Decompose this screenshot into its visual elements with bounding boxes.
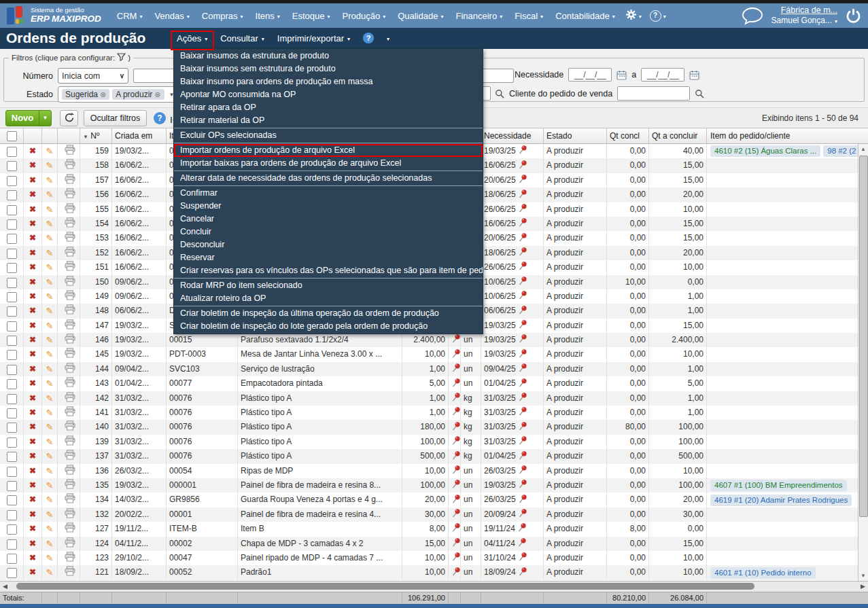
print-row-icon[interactable]: [65, 392, 75, 406]
row-checkbox[interactable]: [7, 423, 17, 433]
pushpin-icon[interactable]: [451, 522, 461, 536]
print-row-icon[interactable]: [65, 159, 75, 173]
menu-item-confirmar[interactable]: Confirmar: [174, 187, 483, 200]
row-checkbox[interactable]: [7, 176, 17, 186]
edit-row-icon[interactable]: ✎: [46, 378, 54, 389]
pushpin-icon[interactable]: [451, 552, 461, 565]
print-row-icon[interactable]: [65, 261, 75, 274]
print-row-icon[interactable]: [65, 188, 75, 202]
header-qt-a-concluir[interactable]: Qt a concluir: [649, 128, 707, 144]
nav-menu-itens[interactable]: Itens▾: [249, 7, 286, 24]
novo-button[interactable]: Novo ▼: [5, 110, 52, 126]
remove-tag-icon[interactable]: ⊗: [154, 90, 160, 99]
print-row-icon[interactable]: [65, 348, 75, 361]
pushpin-icon[interactable]: [518, 261, 527, 274]
edit-row-icon[interactable]: ✎: [46, 233, 54, 243]
pushpin-icon[interactable]: [518, 232, 527, 246]
row-checkbox[interactable]: [7, 336, 17, 346]
delete-row-icon[interactable]: ✖: [29, 248, 36, 257]
print-row-icon[interactable]: [65, 421, 75, 434]
print-row-icon[interactable]: [65, 247, 75, 260]
pushpin-icon[interactable]: [518, 378, 527, 391]
print-row-icon[interactable]: [65, 566, 75, 579]
delete-row-icon[interactable]: ✖: [29, 190, 36, 199]
row-checkbox[interactable]: [7, 539, 17, 550]
horizontal-scroll-thumb[interactable]: [16, 583, 754, 590]
remove-tag-icon[interactable]: ⊗: [100, 90, 106, 99]
row-checkbox[interactable]: [7, 306, 17, 317]
delete-row-icon[interactable]: ✖: [29, 408, 36, 417]
pushpin-icon[interactable]: [518, 145, 527, 158]
pushpin-icon[interactable]: [518, 305, 527, 319]
row-checkbox[interactable]: [7, 408, 17, 418]
user-menu[interactable]: Samuel Gonça... ▾: [771, 16, 837, 26]
menu-item-excluiropsselecionadas[interactable]: Excluir OPs selecionadas: [174, 129, 483, 142]
pushpin-icon[interactable]: [518, 189, 527, 202]
nav-menu-financeiro[interactable]: Financeiro▾: [449, 7, 508, 24]
menu-item-criarboletimdeinspecaodaultima[interactable]: Criar boletim de inspeção da última oper…: [174, 307, 483, 320]
print-row-icon[interactable]: [65, 304, 75, 318]
calendar-icon[interactable]: [617, 70, 627, 80]
menu-item-retiraraparadaop[interactable]: Retirar apara da OP: [174, 101, 483, 114]
edit-row-icon[interactable]: ✎: [46, 219, 54, 229]
menu-item-criarreservasparaosvinculosdas[interactable]: Criar reservas para os vínculos das OPs …: [174, 264, 483, 277]
delete-row-icon[interactable]: ✖: [29, 524, 36, 533]
row-checkbox[interactable]: [7, 495, 17, 505]
pushpin-icon[interactable]: [518, 435, 527, 449]
edit-row-icon[interactable]: ✎: [46, 262, 54, 272]
menu-item-rodarmrpdoitemselecionado[interactable]: Rodar MRP do item selecionado: [174, 279, 483, 292]
row-checkbox[interactable]: [7, 524, 17, 535]
delete-row-icon[interactable]: ✖: [29, 393, 36, 403]
edit-row-icon[interactable]: ✎: [46, 539, 54, 549]
edit-row-icon[interactable]: ✎: [46, 349, 54, 359]
edit-row-icon[interactable]: ✎: [46, 291, 54, 302]
pushpin-icon[interactable]: [451, 421, 461, 435]
scroll-left-icon[interactable]: ◀: [3, 583, 7, 590]
calendar-icon[interactable]: [689, 70, 699, 80]
edit-row-icon[interactable]: ✎: [46, 437, 54, 447]
pushpin-icon[interactable]: [518, 363, 527, 376]
print-row-icon[interactable]: [65, 174, 75, 187]
row-checkbox[interactable]: [7, 350, 17, 360]
row-checkbox[interactable]: [7, 554, 17, 564]
delete-row-icon[interactable]: ✖: [29, 364, 36, 374]
delete-row-icon[interactable]: ✖: [29, 451, 36, 461]
delete-row-icon[interactable]: ✖: [29, 567, 36, 577]
print-row-icon[interactable]: [65, 290, 75, 304]
menu-item-baixarinsumossemestruturadepro[interactable]: Baixar insumos sem estrutura de produto: [174, 62, 483, 75]
print-row-icon[interactable]: [65, 522, 75, 536]
pushpin-icon[interactable]: [451, 465, 461, 478]
menu-item-cancelar[interactable]: Cancelar: [174, 213, 483, 226]
pushpin-icon[interactable]: [518, 450, 527, 464]
sales-order-chip[interactable]: 98 #2 (2: [823, 145, 858, 157]
pushpin-icon[interactable]: [518, 319, 527, 333]
edit-row-icon[interactable]: ✎: [46, 422, 54, 432]
edit-row-icon[interactable]: ✎: [46, 204, 54, 215]
pushpin-icon[interactable]: [518, 160, 527, 173]
scroll-right-icon[interactable]: ▶: [861, 583, 865, 590]
delete-row-icon[interactable]: ✖: [29, 378, 36, 388]
delete-row-icon[interactable]: ✖: [29, 204, 36, 214]
header-print[interactable]: [58, 128, 80, 144]
sales-order-chip[interactable]: 4607 #1 (100) BM Empreendimentos: [710, 480, 847, 491]
print-row-icon[interactable]: [65, 203, 75, 217]
grid-help-icon[interactable]: ?: [154, 112, 166, 124]
nav-menu-estoque[interactable]: Estoque▾: [286, 7, 336, 24]
row-checkbox[interactable]: [7, 365, 17, 375]
pushpin-icon[interactable]: [518, 392, 527, 406]
pushpin-icon[interactable]: [518, 465, 527, 478]
nav-menu-crm[interactable]: CRM▾: [111, 7, 149, 24]
select-all-checkbox[interactable]: [7, 131, 17, 141]
pushpin-icon[interactable]: [518, 421, 527, 435]
delete-row-icon[interactable]: ✖: [29, 146, 36, 156]
delete-row-icon[interactable]: ✖: [29, 277, 36, 287]
print-row-icon[interactable]: [65, 334, 75, 347]
pushpin-icon[interactable]: [451, 567, 461, 580]
pushpin-icon[interactable]: [518, 334, 527, 347]
pushpin-icon[interactable]: [451, 378, 461, 391]
edit-row-icon[interactable]: ✎: [46, 408, 54, 418]
sales-order-chip[interactable]: 4610 #2 (15) Águas Claras ...: [710, 145, 820, 157]
print-row-icon[interactable]: [65, 493, 75, 507]
edit-row-icon[interactable]: ✎: [46, 567, 54, 577]
delete-row-icon[interactable]: ✖: [29, 509, 36, 519]
